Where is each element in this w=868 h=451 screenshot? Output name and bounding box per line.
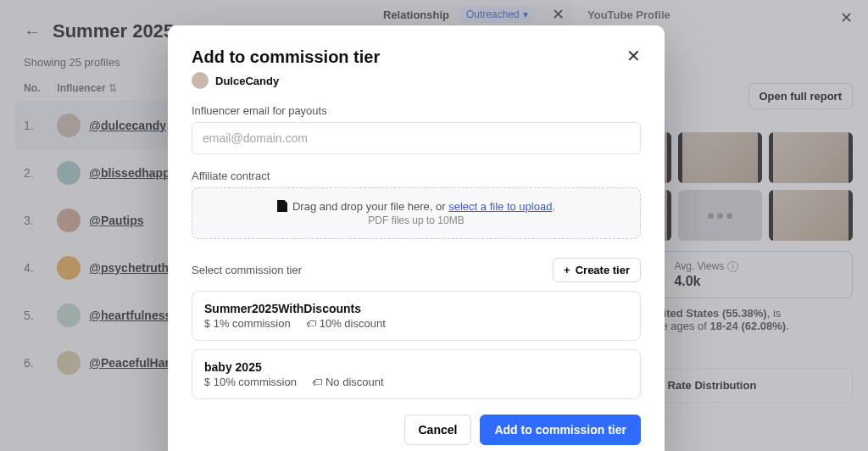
file-icon bbox=[277, 200, 287, 212]
close-icon[interactable]: ✕ bbox=[626, 47, 641, 64]
dropzone-sub: PDF files up to 10MB bbox=[204, 214, 628, 226]
modal-influencer: DulceCandy bbox=[192, 72, 641, 89]
tag-icon: 🏷 bbox=[312, 376, 322, 388]
tag-icon: 🏷 bbox=[306, 318, 316, 330]
payout-email-input[interactable] bbox=[192, 122, 641, 154]
dollar-icon: $ bbox=[204, 376, 210, 388]
tier-option[interactable]: baby 2025 $10% commission 🏷No discount bbox=[192, 349, 641, 399]
tier-discount: No discount bbox=[326, 376, 384, 388]
tier-name: baby 2025 bbox=[204, 360, 628, 374]
tier-discount: 10% discount bbox=[320, 317, 386, 330]
tier-commission: 10% commission bbox=[214, 376, 297, 388]
tier-option[interactable]: Summer2025WithDiscounts $1% commission 🏷… bbox=[192, 291, 641, 341]
cancel-button[interactable]: Cancel bbox=[404, 415, 472, 445]
email-label: Influencer email for payouts bbox=[192, 104, 641, 117]
commission-tier-modal: Add to commission tier ✕ DulceCandy Infl… bbox=[168, 25, 665, 451]
contract-label: Affiliate contract bbox=[192, 170, 641, 182]
modal-title: Add to commission tier bbox=[192, 47, 380, 67]
plus-icon: + bbox=[564, 264, 570, 276]
create-tier-button[interactable]: +Create tier bbox=[553, 258, 641, 282]
dollar-icon: $ bbox=[204, 318, 210, 330]
tier-name: Summer2025WithDiscounts bbox=[204, 302, 628, 315]
add-to-tier-button[interactable]: Add to commission tier bbox=[480, 415, 641, 445]
modal-influencer-name: DulceCandy bbox=[215, 75, 279, 87]
tier-commission: 1% commission bbox=[214, 317, 291, 330]
select-tier-label: Select commission tier bbox=[192, 264, 302, 276]
avatar bbox=[192, 72, 209, 89]
select-file-link[interactable]: select a file to upload bbox=[448, 200, 552, 213]
contract-dropzone[interactable]: Drag and drop your file here, or select … bbox=[192, 187, 641, 239]
